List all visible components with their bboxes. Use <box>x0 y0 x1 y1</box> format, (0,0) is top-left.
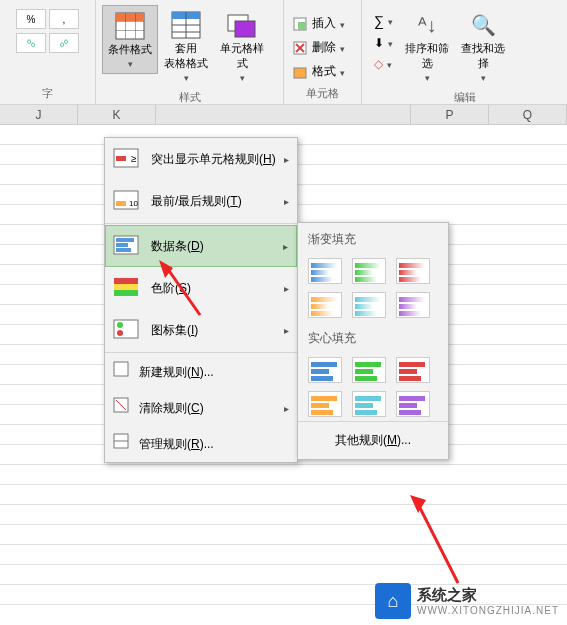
svg-rect-26 <box>116 238 134 242</box>
databar-blue-solid[interactable] <box>308 357 342 383</box>
manage-rules-icon <box>113 433 129 455</box>
conditional-formatting-button[interactable]: 条件格式 ▾ <box>102 5 158 74</box>
iconsets-icon <box>113 319 141 341</box>
watermark-name: 系统之家 <box>417 586 559 605</box>
svg-text:10: 10 <box>129 199 138 208</box>
sort-filter-button[interactable]: ᴬ↓ 排序和筛选▾ <box>399 5 455 87</box>
databar-lightblue-solid[interactable] <box>352 391 386 417</box>
insert-icon <box>292 16 308 32</box>
databar-green-gradient[interactable] <box>352 258 386 284</box>
databar-orange-gradient[interactable] <box>308 292 342 318</box>
sort-filter-icon: ᴬ↓ <box>411 9 443 41</box>
databar-orange-solid[interactable] <box>308 391 342 417</box>
col-header[interactable]: J <box>0 105 78 124</box>
format-as-table-button[interactable]: 套用 表格格式 ▾ <box>158 5 214 87</box>
svg-rect-4 <box>125 13 126 39</box>
data-bars-submenu: 渐变填充 实心填充 其他规则(M)... <box>297 222 449 460</box>
databar-blue-gradient[interactable] <box>308 258 342 284</box>
more-rules-item[interactable]: 其他规则(M)... <box>298 421 448 459</box>
fill-icon: ⬇ <box>374 36 384 50</box>
clear-button[interactable]: ◇▾ <box>372 55 395 73</box>
svg-text:≥: ≥ <box>131 153 137 164</box>
databar-purple-solid[interactable] <box>396 391 430 417</box>
svg-rect-23 <box>116 201 126 206</box>
col-header[interactable]: K <box>78 105 156 124</box>
databar-red-gradient[interactable] <box>396 258 430 284</box>
svg-rect-3 <box>116 30 144 31</box>
svg-rect-12 <box>235 21 255 37</box>
svg-rect-31 <box>114 290 138 296</box>
comma-style-button[interactable]: , <box>49 9 79 29</box>
watermark-logo-icon: ⌂ <box>375 583 411 619</box>
svg-rect-32 <box>114 320 138 338</box>
col-header[interactable]: P <box>411 105 489 124</box>
watermark: ⌂ 系统之家 WWW.XITONGZHIJIA.NET <box>375 583 559 619</box>
conditional-formatting-icon <box>114 10 146 42</box>
increase-decimal-button[interactable]: ⁰₀ <box>16 33 46 53</box>
fill-button[interactable]: ⬇▾ <box>372 34 395 52</box>
clear-rules-icon <box>113 397 129 419</box>
number-group-label: 字 <box>6 83 89 104</box>
svg-rect-18 <box>294 68 306 78</box>
col-header[interactable]: Q <box>489 105 567 124</box>
svg-rect-14 <box>298 22 306 30</box>
svg-rect-5 <box>135 13 136 39</box>
svg-marker-43 <box>410 495 426 513</box>
svg-rect-28 <box>116 248 131 252</box>
watermark-url: WWW.XITONGZHIJIA.NET <box>417 605 559 616</box>
svg-rect-1 <box>116 13 144 21</box>
svg-rect-29 <box>114 278 138 284</box>
search-icon: 🔍 <box>467 9 499 41</box>
annotation-arrow-2 <box>408 495 468 585</box>
highlight-cell-rules-item[interactable]: ≥ 突出显示单元格规则(H)▸ <box>105 138 297 180</box>
svg-point-34 <box>117 330 123 336</box>
highlight-icon: ≥ <box>113 148 141 170</box>
clear-rules-item[interactable]: 清除规则(C)▸ <box>105 390 297 426</box>
format-icon <box>292 64 308 80</box>
svg-rect-20 <box>116 156 126 161</box>
svg-line-42 <box>416 500 458 583</box>
svg-point-33 <box>117 322 123 328</box>
autosum-button[interactable]: ∑▾ <box>372 11 395 31</box>
table-icon <box>170 9 202 41</box>
databar-purple-gradient[interactable] <box>396 292 430 318</box>
topbottom-icon: 10 <box>113 190 141 212</box>
manage-rules-item[interactable]: 管理规则(R)... <box>105 426 297 462</box>
cell-styles-button[interactable]: 单元格样式 ▾ <box>214 5 270 87</box>
clear-icon: ◇ <box>374 57 383 71</box>
sigma-icon: ∑ <box>374 13 384 29</box>
ribbon: % , ⁰₀ ₀⁰ 字 条件格式 ▾ 套用 表格格式 <box>0 0 567 105</box>
svg-line-40 <box>165 265 200 315</box>
svg-rect-27 <box>116 243 128 247</box>
insert-button[interactable]: 插入▾ <box>290 13 347 34</box>
cells-group-label: 单元格 <box>290 83 355 104</box>
databar-red-solid[interactable] <box>396 357 430 383</box>
solid-fill-header: 实心填充 <box>298 322 448 353</box>
svg-rect-35 <box>114 362 128 376</box>
svg-rect-30 <box>114 284 138 290</box>
gradient-fill-header: 渐变填充 <box>298 223 448 254</box>
decrease-decimal-button[interactable]: ₀⁰ <box>49 33 79 53</box>
new-rule-item[interactable]: 新建规则(N)... <box>105 354 297 390</box>
number-format-button[interactable]: % <box>16 9 46 29</box>
cell-styles-icon <box>226 9 258 41</box>
databar-lightblue-gradient[interactable] <box>352 292 386 318</box>
chevron-down-icon: ▾ <box>184 73 189 83</box>
chevron-down-icon: ▾ <box>128 59 133 69</box>
column-headers: J K P Q <box>0 105 567 125</box>
chevron-down-icon: ▾ <box>240 73 245 83</box>
colorscales-icon <box>113 277 141 299</box>
find-select-button[interactable]: 🔍 查找和选择▾ <box>455 5 511 87</box>
new-rule-icon <box>113 361 129 383</box>
databar-green-solid[interactable] <box>352 357 386 383</box>
top-bottom-rules-item[interactable]: 10 最前/最后规则(T)▸ <box>105 180 297 222</box>
databars-icon <box>113 235 141 257</box>
delete-icon <box>292 40 308 56</box>
format-button[interactable]: 格式▾ <box>290 61 347 82</box>
svg-rect-2 <box>116 21 144 22</box>
delete-button[interactable]: 删除▾ <box>290 37 347 58</box>
annotation-arrow-1 <box>155 260 205 320</box>
